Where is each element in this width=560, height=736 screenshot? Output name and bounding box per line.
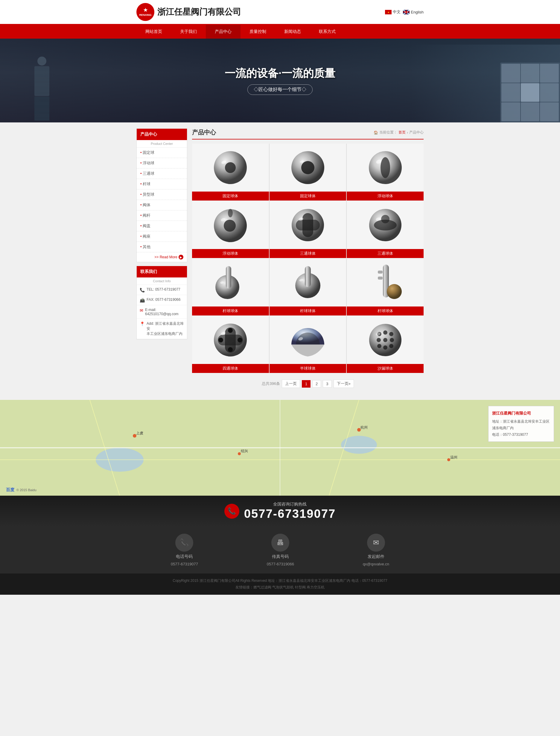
nav-products[interactable]: 产品中心 [206,25,241,39]
sidebar: 产品中心 Product Center 固定球 浮动球 三通球 杆球 异型球 阀… [136,128,187,394]
footer-fax-icon: 🖷 [271,534,289,552]
nav-contact[interactable]: 联系方式 [310,25,345,39]
half-ball-svg [287,319,329,361]
svg-point-1 [225,162,236,173]
sidebar-item-special[interactable]: 异型球 [137,189,187,200]
product-label-9: 杆球球体 [347,306,424,315]
product-image-12 [347,316,424,364]
rod-ball-svg-1 [209,261,251,303]
rod-ball-svg-3 [364,261,406,303]
sidebar-item-valve-stem[interactable]: 阀杆 [137,210,187,221]
sidebar-read-more[interactable]: >> Read More ▶ [137,252,187,262]
product-label-11: 半球球体 [270,364,346,373]
sidebar-item-other[interactable]: 其他 [137,242,187,252]
product-item-9[interactable]: 杆球球体 [347,258,424,315]
phone-number: 0577-67319077 [244,507,336,521]
footer-fax-label: 传真号码 [272,554,289,559]
svg-point-49 [383,345,387,349]
sidebar-item-fixed-ball[interactable]: 固定球 [137,147,187,158]
breadcrumb-home[interactable]: 首页 [398,130,406,135]
pagination-prev[interactable]: 上一页 [282,380,300,388]
product-item-10[interactable]: 四通球体 [192,316,269,373]
svg-point-38 [238,337,242,342]
product-item-3[interactable]: 浮动球体 [347,144,424,200]
sidebar-item-valve-seat[interactable]: 阀座 [137,231,187,242]
footer-email-label: 发起邮件 [368,554,384,559]
sidebar-products-subtitle: Product Center [137,140,187,147]
language-switcher: ★ 中文 English [385,9,424,15]
sidebar-item-three-way[interactable]: 三通球 [137,168,187,179]
svg-point-35 [228,328,233,333]
pagination-page-2[interactable]: 2 [312,380,321,388]
product-item-2[interactable]: 固定球体 [270,144,346,200]
map-address: 地址：浙江省永嘉县北埠安丰工业区浦东电商厂内 [492,419,550,431]
sidebar-item-float-ball[interactable]: 浮动球 [137,158,187,168]
product-label-4: 浮动球体 [192,249,269,258]
product-label-7: 杆球球体 [192,306,269,315]
svg-text:温州: 温州 [450,455,457,460]
product-label-5: 三通球体 [270,249,346,258]
svg-point-19 [381,215,389,223]
footer-phone-label: 电话号码 [176,554,193,559]
svg-point-63 [447,458,450,461]
product-item-4[interactable]: 浮动球体 [192,201,269,258]
footer-info: 📞 电话号码 0577-67319077 🖷 传真号码 0577-6731906… [0,527,560,574]
nav-home[interactable]: 网站首页 [136,25,171,39]
product-image-4 [192,201,269,249]
product-item-1[interactable]: 固定球体 [192,144,269,200]
footer-fax-value: 0577-67319066 [267,562,294,566]
product-image-11 [270,316,346,364]
hero-banner: 一流的设备·一流的质量 ◇匠心做好每一个细节◇ [0,39,560,122]
footer-links: 友情链接：燃气过滤阀 气泡状气鼓机 针型阀 寿力空压机 [136,584,424,591]
four-way-svg [209,319,251,361]
svg-text:绍兴: 绍兴 [241,449,248,453]
product-item-5[interactable]: 三通球体 [270,201,346,258]
product-image-10 [192,316,269,364]
map-section: 上虞 绍兴 杭州 温州 百度 © 2015 Baidu 浙江任星阀门有限公司 地… [0,400,560,496]
product-grid-3: 杆球球体 [192,258,424,315]
product-label-8: 杆球球体 [270,306,346,315]
contact-email: ✉ E-mail: 642510170@qq.com [137,305,187,319]
product-item-7[interactable]: 杆球球体 [192,258,269,315]
phone-label: 全国咨询订购热线 [244,502,336,507]
banner-subtitle: ◇匠心做好每一个细节◇ [247,84,313,95]
nav-news[interactable]: 新闻动态 [275,25,310,39]
product-grid-2: 浮动球体 [192,201,424,258]
lang-en-label: English [411,10,424,14]
product-item-8[interactable]: 杆球球体 [270,258,346,315]
product-item-11[interactable]: 半球球体 [270,316,346,373]
read-more-icon: ▶ [179,255,183,259]
svg-point-10 [224,220,236,232]
svg-point-47 [390,338,394,342]
sidebar-item-valve-cover[interactable]: 阀盖 [137,221,187,231]
fixed-ball-svg-2 [287,147,329,188]
map-overlay: 浙江任星阀门有限公司 地址：浙江省永嘉县北埠安丰工业区浦东电商厂内 电话：057… [488,406,554,442]
pagination-next[interactable]: 下一页» [334,380,354,388]
footer-copyright: CopyRight 2015 浙江任星阀门有限公司All Rights Rese… [136,578,424,584]
logo-area: ★ RENXING 浙江任星阀门有限公司 [136,3,241,21]
svg-point-44 [389,332,393,336]
lang-cn-button[interactable]: ★ 中文 [385,9,401,15]
product-label-10: 四通球体 [192,364,269,373]
svg-text:杭州: 杭州 [360,425,368,430]
svg-point-45 [377,338,381,342]
sidebar-item-rod-ball[interactable]: 杆球 [137,179,187,189]
contact-subtitle: Contact Info [137,277,187,285]
pagination-page-3[interactable]: 3 [323,380,331,388]
nav-about[interactable]: 关于我们 [171,25,206,39]
banner-text: 一流的设备·一流的质量 ◇匠心做好每一个细节◇ [225,66,335,95]
svg-rect-22 [226,266,231,288]
sandglass-svg [364,319,406,361]
sidebar-item-valve-body[interactable]: 阀体 [137,200,187,210]
product-item-12[interactable]: 沙漏球体 [347,316,424,373]
product-image-8 [270,258,346,306]
contact-tel: 📞 TEL: 0577-67319077 [137,285,187,295]
product-item-6[interactable]: 三通球体 [347,201,424,258]
nav-quality[interactable]: 质量控制 [241,25,275,39]
product-image-7 [192,258,269,306]
pagination-page-1[interactable]: 1 [302,380,311,388]
svg-rect-15 [296,220,320,230]
map-phone: 电话：0577-37319077 [492,432,550,438]
lang-en-button[interactable]: English [403,10,424,14]
svg-point-30 [387,284,402,299]
